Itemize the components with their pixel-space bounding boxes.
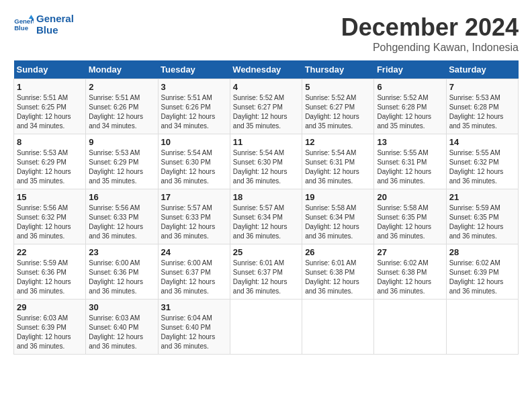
day-cell: 4Sunrise: 5:52 AM Sunset: 6:27 PM Daylig… xyxy=(230,79,302,134)
day-cell: 13Sunrise: 5:55 AM Sunset: 6:31 PM Dayli… xyxy=(374,134,446,189)
day-number: 7 xyxy=(449,82,515,92)
day-info: Sunrise: 6:03 AM Sunset: 6:40 PM Dayligh… xyxy=(89,314,154,351)
day-cell: 21Sunrise: 5:59 AM Sunset: 6:35 PM Dayli… xyxy=(446,189,518,244)
day-number: 3 xyxy=(161,82,227,92)
day-cell: 18Sunrise: 5:57 AM Sunset: 6:34 PM Dayli… xyxy=(230,189,302,244)
day-info: Sunrise: 5:51 AM Sunset: 6:25 PM Dayligh… xyxy=(17,93,83,131)
day-number: 22 xyxy=(17,247,83,257)
day-cell: 20Sunrise: 5:58 AM Sunset: 6:35 PM Dayli… xyxy=(374,189,446,244)
day-number: 10 xyxy=(161,137,227,147)
day-number: 4 xyxy=(233,82,299,92)
day-cell: 2Sunrise: 5:51 AM Sunset: 6:26 PM Daylig… xyxy=(86,79,158,134)
day-cell: 28Sunrise: 6:02 AM Sunset: 6:39 PM Dayli… xyxy=(446,244,518,300)
day-number: 23 xyxy=(89,247,154,257)
col-header-thursday: Thursday xyxy=(302,60,374,79)
logo-icon: General Blue xyxy=(13,15,34,35)
day-number: 16 xyxy=(89,192,154,202)
day-number: 1 xyxy=(17,82,83,92)
day-cell: 23Sunrise: 6:00 AM Sunset: 6:36 PM Dayli… xyxy=(86,244,158,300)
day-info: Sunrise: 5:54 AM Sunset: 6:30 PM Dayligh… xyxy=(161,148,227,186)
day-number: 18 xyxy=(233,192,299,202)
day-number: 11 xyxy=(233,137,299,147)
day-cell: 17Sunrise: 5:57 AM Sunset: 6:33 PM Dayli… xyxy=(158,189,230,244)
week-row-5: 29Sunrise: 6:03 AM Sunset: 6:39 PM Dayli… xyxy=(14,300,519,355)
day-cell: 6Sunrise: 5:52 AM Sunset: 6:28 PM Daylig… xyxy=(374,79,446,134)
day-cell: 12Sunrise: 5:54 AM Sunset: 6:31 PM Dayli… xyxy=(302,134,374,189)
col-header-sunday: Sunday xyxy=(14,60,86,79)
day-number: 27 xyxy=(377,247,443,257)
day-cell: 16Sunrise: 5:56 AM Sunset: 6:33 PM Dayli… xyxy=(86,189,158,244)
day-info: Sunrise: 5:52 AM Sunset: 6:28 PM Dayligh… xyxy=(377,93,443,131)
day-info: Sunrise: 5:57 AM Sunset: 6:34 PM Dayligh… xyxy=(233,203,299,241)
day-number: 15 xyxy=(17,192,83,202)
week-row-1: 1Sunrise: 5:51 AM Sunset: 6:25 PM Daylig… xyxy=(14,79,519,134)
day-cell: 19Sunrise: 5:58 AM Sunset: 6:34 PM Dayli… xyxy=(302,189,374,244)
header-row: SundayMondayTuesdayWednesdayThursdayFrid… xyxy=(14,60,519,79)
day-number: 21 xyxy=(449,192,515,202)
day-info: Sunrise: 6:03 AM Sunset: 6:39 PM Dayligh… xyxy=(17,314,83,351)
day-cell: 8Sunrise: 5:53 AM Sunset: 6:29 PM Daylig… xyxy=(14,134,86,189)
day-cell xyxy=(374,300,446,355)
day-info: Sunrise: 6:02 AM Sunset: 6:38 PM Dayligh… xyxy=(377,259,443,296)
logo-line1: General xyxy=(36,13,74,25)
day-cell: 15Sunrise: 5:56 AM Sunset: 6:32 PM Dayli… xyxy=(14,189,86,244)
day-number: 8 xyxy=(17,137,83,147)
day-number: 12 xyxy=(305,137,371,147)
day-cell: 26Sunrise: 6:01 AM Sunset: 6:38 PM Dayli… xyxy=(302,244,374,300)
day-number: 14 xyxy=(449,137,515,147)
day-cell xyxy=(302,300,374,355)
day-info: Sunrise: 5:53 AM Sunset: 6:28 PM Dayligh… xyxy=(449,93,515,131)
day-info: Sunrise: 5:58 AM Sunset: 6:34 PM Dayligh… xyxy=(305,203,371,241)
day-cell: 10Sunrise: 5:54 AM Sunset: 6:30 PM Dayli… xyxy=(158,134,230,189)
day-info: Sunrise: 5:55 AM Sunset: 6:31 PM Dayligh… xyxy=(377,148,443,186)
week-row-4: 22Sunrise: 5:59 AM Sunset: 6:36 PM Dayli… xyxy=(14,244,519,300)
logo-line2: Blue xyxy=(36,25,74,36)
day-info: Sunrise: 6:01 AM Sunset: 6:38 PM Dayligh… xyxy=(305,259,371,296)
day-info: Sunrise: 5:59 AM Sunset: 6:36 PM Dayligh… xyxy=(17,259,83,296)
day-cell: 27Sunrise: 6:02 AM Sunset: 6:38 PM Dayli… xyxy=(374,244,446,300)
day-info: Sunrise: 6:04 AM Sunset: 6:40 PM Dayligh… xyxy=(161,314,227,351)
day-number: 25 xyxy=(233,247,299,257)
day-cell: 29Sunrise: 6:03 AM Sunset: 6:39 PM Dayli… xyxy=(14,300,86,355)
day-number: 17 xyxy=(161,192,227,202)
day-cell xyxy=(230,300,302,355)
day-info: Sunrise: 5:58 AM Sunset: 6:35 PM Dayligh… xyxy=(377,203,443,241)
day-cell: 24Sunrise: 6:00 AM Sunset: 6:37 PM Dayli… xyxy=(158,244,230,300)
day-number: 31 xyxy=(161,302,227,312)
day-info: Sunrise: 5:51 AM Sunset: 6:26 PM Dayligh… xyxy=(161,93,227,131)
week-row-2: 8Sunrise: 5:53 AM Sunset: 6:29 PM Daylig… xyxy=(14,134,519,189)
header: General Blue General Blue December 2024 … xyxy=(13,13,519,54)
day-number: 30 xyxy=(89,302,154,312)
day-info: Sunrise: 5:51 AM Sunset: 6:26 PM Dayligh… xyxy=(89,93,154,131)
day-number: 2 xyxy=(89,82,154,92)
day-cell: 11Sunrise: 5:54 AM Sunset: 6:30 PM Dayli… xyxy=(230,134,302,189)
day-info: Sunrise: 5:56 AM Sunset: 6:32 PM Dayligh… xyxy=(17,203,83,241)
day-number: 29 xyxy=(17,302,83,312)
day-info: Sunrise: 5:52 AM Sunset: 6:27 PM Dayligh… xyxy=(233,93,299,131)
day-number: 13 xyxy=(377,137,443,147)
day-info: Sunrise: 5:57 AM Sunset: 6:33 PM Dayligh… xyxy=(161,203,227,241)
col-header-wednesday: Wednesday xyxy=(230,60,302,79)
day-cell: 1Sunrise: 5:51 AM Sunset: 6:25 PM Daylig… xyxy=(14,79,86,134)
week-row-3: 15Sunrise: 5:56 AM Sunset: 6:32 PM Dayli… xyxy=(14,189,519,244)
day-cell: 9Sunrise: 5:53 AM Sunset: 6:29 PM Daylig… xyxy=(86,134,158,189)
day-info: Sunrise: 5:59 AM Sunset: 6:35 PM Dayligh… xyxy=(449,203,515,241)
main-title: December 2024 xyxy=(341,13,519,42)
day-info: Sunrise: 6:01 AM Sunset: 6:37 PM Dayligh… xyxy=(233,259,299,296)
calendar-table: SundayMondayTuesdayWednesdayThursdayFrid… xyxy=(13,60,519,355)
day-cell: 14Sunrise: 5:55 AM Sunset: 6:32 PM Dayli… xyxy=(446,134,518,189)
day-cell: 31Sunrise: 6:04 AM Sunset: 6:40 PM Dayli… xyxy=(158,300,230,355)
col-header-saturday: Saturday xyxy=(446,60,518,79)
day-info: Sunrise: 6:00 AM Sunset: 6:36 PM Dayligh… xyxy=(89,259,154,296)
day-info: Sunrise: 6:02 AM Sunset: 6:39 PM Dayligh… xyxy=(449,259,515,296)
day-cell: 22Sunrise: 5:59 AM Sunset: 6:36 PM Dayli… xyxy=(14,244,86,300)
day-info: Sunrise: 6:00 AM Sunset: 6:37 PM Dayligh… xyxy=(161,259,227,296)
subtitle: Pohgending Kawan, Indonesia xyxy=(341,42,519,54)
day-number: 19 xyxy=(305,192,371,202)
day-number: 5 xyxy=(305,82,371,92)
day-cell: 5Sunrise: 5:52 AM Sunset: 6:27 PM Daylig… xyxy=(302,79,374,134)
day-number: 28 xyxy=(449,247,515,257)
day-cell xyxy=(446,300,518,355)
day-info: Sunrise: 5:53 AM Sunset: 6:29 PM Dayligh… xyxy=(17,148,83,186)
day-info: Sunrise: 5:54 AM Sunset: 6:30 PM Dayligh… xyxy=(233,148,299,186)
